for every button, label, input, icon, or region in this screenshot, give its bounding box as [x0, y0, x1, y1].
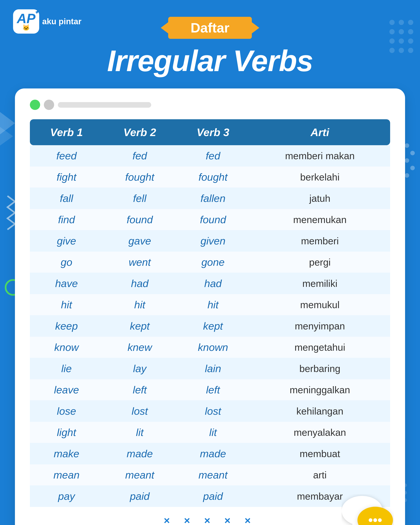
cell-v3: meant — [176, 464, 249, 486]
cell-arti: kehilangan — [249, 401, 390, 422]
col-header-verb2: Verb 2 — [103, 119, 176, 145]
cell-v1: mean — [30, 464, 103, 486]
col-header-verb3: Verb 3 — [176, 119, 249, 145]
window-dot-green — [30, 100, 40, 110]
cell-v1: fight — [30, 167, 103, 188]
cell-v1: make — [30, 443, 103, 464]
table-row: paypaidpaidmembayar — [30, 486, 390, 507]
cell-arti: menyalakan — [249, 422, 390, 443]
main-card: Verb 1 Verb 2 Verb 3 Arti feedfedfedmemb… — [15, 88, 405, 525]
cell-v1: lie — [30, 358, 103, 379]
svg-point-39 — [410, 166, 415, 170]
cell-v1: find — [30, 209, 103, 230]
cell-arti: memberi — [249, 230, 390, 252]
cell-v3: fallen — [176, 188, 249, 209]
table-row: leaveleftleftmeninggalkan — [30, 379, 390, 401]
cell-arti: memberi makan — [249, 145, 390, 167]
cell-v2: meant — [103, 464, 176, 486]
cell-v2: found — [103, 209, 176, 230]
svg-point-55 — [378, 518, 382, 522]
logo-box: AP ✦ 🐱 — [13, 9, 39, 34]
main-title: Irregular Verbs — [0, 44, 420, 77]
cell-v1: pay — [30, 486, 103, 507]
cell-arti: berkelahi — [249, 167, 390, 188]
col-header-verb1: Verb 1 — [30, 119, 103, 145]
cell-arti: menyimpan — [249, 315, 390, 337]
svg-point-38 — [405, 158, 409, 163]
cell-v1: have — [30, 273, 103, 294]
table-row: fallfellfallenjatuh — [30, 188, 390, 209]
cell-v2: fed — [103, 145, 176, 167]
table-row: givegavegivenmemberi — [30, 230, 390, 252]
table-row: findfoundfoundmenemukan — [30, 209, 390, 230]
cell-v1: lose — [30, 401, 103, 422]
table-row: fightfoughtfoughtberkelahi — [30, 167, 390, 188]
svg-marker-33 — [0, 127, 13, 146]
cell-v3: hit — [176, 294, 249, 315]
cell-arti: berbaring — [249, 358, 390, 379]
cell-arti: mengetahui — [249, 337, 390, 358]
logo-ap-text: AP — [17, 11, 36, 26]
cell-v1: give — [30, 230, 103, 252]
svg-marker-32 — [0, 112, 15, 134]
cell-arti: memukul — [249, 294, 390, 315]
table-row: keepkeptkeptmenyimpan — [30, 315, 390, 337]
window-bar — [58, 102, 151, 108]
cell-v3: had — [176, 273, 249, 294]
table-row: makemademademembuat — [30, 443, 390, 464]
cell-v2: made — [103, 443, 176, 464]
col-header-arti: Arti — [249, 119, 390, 145]
cell-v1: know — [30, 337, 103, 358]
cell-v3: known — [176, 337, 249, 358]
cell-arti: menemukan — [249, 209, 390, 230]
cell-v2: fell — [103, 188, 176, 209]
svg-point-37 — [410, 151, 415, 155]
cell-arti: arti — [249, 464, 390, 486]
cell-v3: found — [176, 209, 249, 230]
cell-arti: jatuh — [249, 188, 390, 209]
cell-v2: lost — [103, 401, 176, 422]
daftar-badge: Daftar — [168, 17, 252, 39]
cell-v1: fall — [30, 188, 103, 209]
table-row: havehadhadmemiliki — [30, 273, 390, 294]
table-row: lightlitlitmenyalakan — [30, 422, 390, 443]
cell-arti: memiliki — [249, 273, 390, 294]
window-dot-gray — [44, 100, 54, 110]
cell-v1: keep — [30, 315, 103, 337]
svg-point-53 — [369, 518, 372, 522]
cell-v3: gone — [176, 252, 249, 273]
cell-v3: kept — [176, 315, 249, 337]
cell-v1: feed — [30, 145, 103, 167]
cell-v3: lain — [176, 358, 249, 379]
verb-table: Verb 1 Verb 2 Verb 3 Arti feedfedfedmemb… — [30, 119, 390, 507]
cell-v2: hit — [103, 294, 176, 315]
table-row: feedfedfedmemberi makan — [30, 145, 390, 167]
cell-v1: light — [30, 422, 103, 443]
cell-v1: leave — [30, 379, 103, 401]
cell-v1: hit — [30, 294, 103, 315]
cell-v3: left — [176, 379, 249, 401]
logo-label: aku pintar — [42, 17, 81, 26]
cell-v3: lost — [176, 401, 249, 422]
bottom-section: × × × × × — [30, 507, 390, 525]
cell-v2: lit — [103, 422, 176, 443]
table-row: gowentgonepergi — [30, 252, 390, 273]
cell-v3: given — [176, 230, 249, 252]
table-header-row: Verb 1 Verb 2 Verb 3 Arti — [30, 119, 390, 145]
svg-point-36 — [405, 143, 409, 148]
cell-v2: lay — [103, 358, 176, 379]
x-marks: × × × × × — [30, 514, 390, 525]
cell-v2: kept — [103, 315, 176, 337]
chat-bubble-decoration — [342, 494, 394, 525]
svg-point-40 — [405, 173, 409, 178]
table-row: loselostlostkehilangan — [30, 401, 390, 422]
table-row: lielaylainberbaring — [30, 358, 390, 379]
cell-arti: pergi — [249, 252, 390, 273]
cell-v2: fought — [103, 167, 176, 188]
cell-v3: fought — [176, 167, 249, 188]
logo-wrapper: AP ✦ 🐱 aku pintar — [13, 9, 81, 34]
cell-v2: knew — [103, 337, 176, 358]
cell-v2: paid — [103, 486, 176, 507]
cell-v1: go — [30, 252, 103, 273]
cell-v3: lit — [176, 422, 249, 443]
